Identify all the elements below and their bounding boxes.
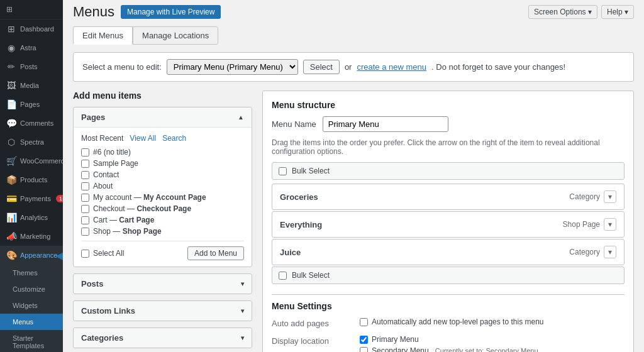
menu-item-right: Shop Page ▾ [563, 218, 616, 231]
right-panel: Menu structure Menu Name Drag the items … [262, 91, 634, 352]
sidebar-item-marketing[interactable]: 📣 Marketing [0, 227, 63, 246]
sidebar-arrow-icon: ◀ [55, 250, 63, 261]
display-location-content: Primary Menu Secondary Menu Currently se… [360, 335, 625, 352]
tab-manage-locations[interactable]: Manage Locations [133, 26, 218, 45]
spectra-icon: ⬡ [6, 137, 16, 147]
menu-structure-title: Menu structure [272, 100, 625, 110]
sidebar-item-media[interactable]: 🖼 Media [0, 76, 63, 95]
page-checkbox-no-title[interactable] [81, 148, 89, 157]
sidebar-item-appearance[interactable]: 🎨 Appearance ◀ [0, 246, 63, 265]
payments-badge: 1 [56, 195, 63, 202]
bulk-select-label-top: Bulk Select [292, 167, 330, 175]
create-new-menu-link[interactable]: create a new menu [357, 62, 426, 72]
pages-tabs: Most Recent View All Search [81, 134, 244, 143]
posts-accordion-title: Posts [81, 279, 103, 289]
list-item: Checkout — Checkout Page [81, 204, 244, 213]
menu-settings: Menu Settings Auto add pages Automatical… [272, 294, 625, 352]
menu-select-dropdown[interactable]: Primary Menu (Primary Menu) [167, 59, 298, 75]
pages-accordion-header[interactable]: Pages ▲ [74, 107, 252, 127]
marketing-icon: 📣 [6, 231, 16, 241]
themes-label: Themes [13, 269, 38, 277]
sidebar-subitem-themes[interactable]: Themes [0, 265, 63, 281]
left-panel: Add menu items Pages ▲ Most Recent View … [73, 91, 252, 352]
list-item: Sample Page [81, 159, 244, 168]
page-checkbox-my-account[interactable] [81, 194, 89, 202]
page-checkbox-shop[interactable] [81, 228, 89, 236]
add-menu-items-title: Add menu items [73, 91, 252, 101]
menus-label: Menus [13, 318, 33, 326]
menu-name-input[interactable] [323, 116, 448, 132]
sidebar-item-comments[interactable]: 💬 Comments [0, 114, 63, 133]
custom-links-accordion-header[interactable]: Custom Links ▾ [74, 301, 252, 321]
widgets-label: Widgets [13, 302, 38, 309]
page-label: Shop — Shop Page [93, 227, 162, 236]
menu-tabs: Edit Menus Manage Locations [73, 26, 634, 45]
sidebar-item-astra[interactable]: ◉ Astra [0, 38, 63, 57]
select-all-row: Select All Add to Menu [81, 241, 244, 260]
sidebar-subitem-menus[interactable]: Menus [0, 314, 63, 330]
page-checkbox-contact[interactable] [81, 171, 89, 179]
sidebar-item-woocommerce[interactable]: 🛒 WooCommerce [0, 151, 63, 170]
location-primary-menu-label: Primary Menu [372, 335, 419, 344]
auto-add-pages-checkbox[interactable] [360, 318, 368, 326]
menu-item-row: Groceries Category ▾ [272, 184, 624, 209]
menu-item-name: Everything [280, 220, 322, 229]
pages-tab-most-recent[interactable]: Most Recent [81, 134, 123, 143]
page-checkbox-about[interactable] [81, 182, 89, 190]
location-secondary-menu-checkbox[interactable] [360, 347, 368, 353]
list-item: Cart — Cart Page [81, 216, 244, 224]
page-checkbox-sample-page[interactable] [81, 160, 89, 168]
media-icon: 🖼 [6, 80, 16, 91]
sidebar-item-pages[interactable]: 📄 Pages [0, 95, 63, 114]
sidebar-item-payments[interactable]: 💳 Payments 1 [0, 189, 63, 208]
page-label: #6 (no title) [93, 148, 131, 157]
products-icon: 📦 [6, 175, 16, 185]
page-title: Menus [73, 4, 114, 20]
two-column-layout: Add menu items Pages ▲ Most Recent View … [73, 91, 634, 352]
select-all-label[interactable]: Select All [81, 249, 124, 258]
add-to-menu-button[interactable]: Add to Menu [187, 246, 244, 260]
sidebar-subitem-widgets[interactable]: Widgets [0, 297, 63, 314]
posts-icon: ✏ [6, 62, 16, 72]
topbar-right: Screen Options ▾ Help ▾ [528, 5, 634, 19]
location-primary-menu-checkbox[interactable] [360, 336, 368, 344]
posts-accordion-header[interactable]: Posts ▾ [74, 274, 252, 294]
custom-links-accordion: Custom Links ▾ [73, 300, 252, 321]
pages-tab-view-all[interactable]: View All [130, 134, 156, 143]
sidebar-item-products[interactable]: 📦 Products [0, 170, 63, 189]
sidebar-item-dashboard[interactable]: ⊞ Dashboard [0, 19, 63, 38]
sidebar-item-analytics[interactable]: 📊 Analytics [0, 208, 63, 227]
select-button[interactable]: Select [303, 60, 340, 74]
menu-item-expand-button[interactable]: ▾ [604, 246, 616, 258]
sidebar-subitem-starter-templates[interactable]: Starter Templates [0, 330, 63, 352]
bulk-select-checkbox-bottom[interactable] [279, 272, 287, 280]
screen-options-button[interactable]: Screen Options ▾ [528, 5, 597, 19]
sidebar-item-spectra[interactable]: ⬡ Spectra [0, 133, 63, 151]
menu-item-expand-button[interactable]: ▾ [604, 190, 616, 203]
sidebar-item-label: Comments [20, 119, 53, 127]
sidebar-subitem-customize[interactable]: Customize [0, 281, 63, 297]
auto-add-pages-option[interactable]: Automatically add new top-level pages to… [360, 317, 625, 326]
comments-icon: 💬 [6, 118, 16, 128]
page-checkbox-checkout[interactable] [81, 205, 89, 213]
menu-settings-title: Menu Settings [272, 294, 625, 311]
menu-item-expand-button[interactable]: ▾ [604, 218, 616, 231]
woocommerce-icon: 🛒 [6, 156, 16, 166]
sidebar-item-label: Appearance [20, 251, 57, 259]
select-all-checkbox[interactable] [81, 250, 89, 258]
help-button[interactable]: Help ▾ [601, 5, 634, 19]
pages-icon: 📄 [6, 99, 16, 109]
sidebar-item-posts[interactable]: ✏ Posts [0, 57, 63, 76]
menu-item-type: Shop Page [563, 220, 600, 229]
manage-live-preview-button[interactable]: Manage with Live Preview [121, 5, 221, 19]
categories-accordion: Categories ▾ [73, 327, 252, 348]
sidebar-item-label: WooCommerce [20, 157, 63, 165]
categories-accordion-header[interactable]: Categories ▾ [74, 328, 252, 348]
pages-tab-search[interactable]: Search [162, 134, 186, 143]
dashboard-icon: ⊞ [6, 24, 16, 34]
sidebar-item-label: Analytics [20, 214, 48, 221]
page-checkbox-cart[interactable] [81, 216, 89, 224]
tab-edit-menus[interactable]: Edit Menus [73, 26, 133, 45]
bulk-select-checkbox-top[interactable] [279, 167, 287, 175]
list-item: About [81, 182, 244, 190]
